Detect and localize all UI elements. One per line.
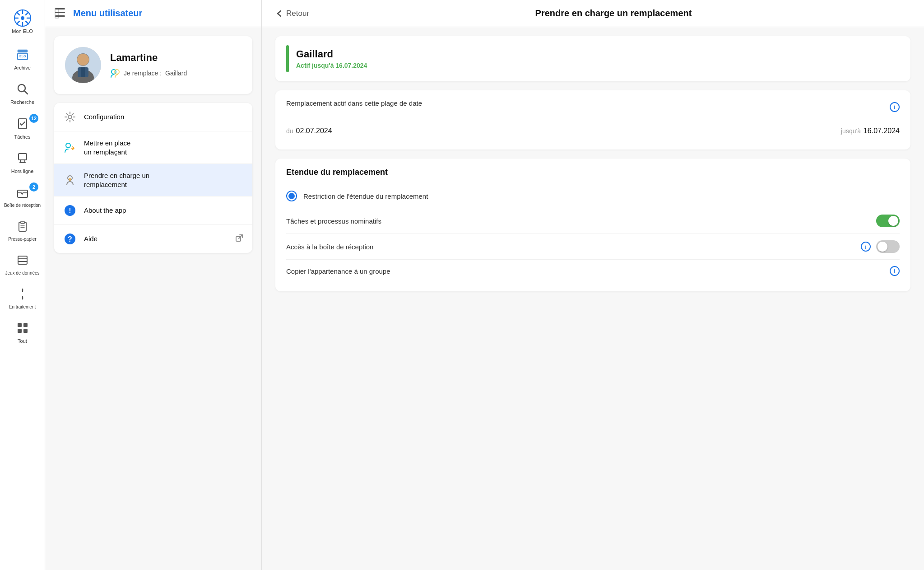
svg-rect-34: [55, 12, 65, 13]
sidebar-logo-label: Mon ELO: [12, 28, 33, 34]
svg-line-6: [17, 12, 19, 15]
person-name: Gaillard: [296, 48, 367, 60]
menu-item-prendre-en-charge[interactable]: Prendre en charge un remplacement: [54, 164, 252, 196]
sidebar-recherche-label: Recherche: [10, 99, 34, 105]
sidebar-jeux-label: Jeux de données: [5, 271, 39, 276]
menu-mettre-label: Mettre en place un remplaçant: [84, 139, 243, 156]
person-card: Gaillard Actif jusqu'à 16.07.2024: [275, 36, 910, 81]
svg-rect-42: [81, 67, 85, 77]
sidebar-item-jeux-donnees[interactable]: Jeux de données: [0, 247, 45, 280]
sidebar-archive-label: Archive: [14, 65, 31, 71]
etendue-section: Etendue du remplacement Restriction de l…: [275, 159, 910, 291]
svg-text:?: ?: [68, 235, 72, 243]
header-right-title: Prendre en charge un remplacement: [316, 8, 910, 19]
sidebar-item-en-traitement[interactable]: En traitement: [0, 280, 45, 314]
toggle-row-acces: Accès à la boîte de réception i: [286, 234, 900, 260]
svg-point-46: [66, 143, 70, 148]
sidebar-item-archive[interactable]: ELO Archive: [0, 41, 45, 75]
taches-badge: 12: [29, 114, 38, 123]
copier-info-icon[interactable]: i: [890, 266, 900, 276]
sidebar-item-taches[interactable]: 12 Tâches: [0, 110, 45, 145]
back-label: Retour: [286, 9, 309, 18]
inbox-badge: 2: [29, 182, 38, 192]
menu-item-about[interactable]: ! About the app: [54, 196, 252, 225]
right-panel: Gaillard Actif jusqu'à 16.07.2024 Rempla…: [262, 27, 924, 570]
info-blue-icon: !: [63, 204, 77, 217]
sidebar-item-presse-papier[interactable]: Presse-papier: [0, 213, 45, 247]
svg-rect-35: [55, 15, 65, 17]
menu-item-aide[interactable]: ? Aide: [54, 225, 252, 253]
svg-point-45: [68, 115, 72, 119]
restriction-radio-option[interactable]: Restriction de l'étendue du remplacement: [286, 184, 900, 208]
sidebar-item-hors-ligne[interactable]: Hors ligne: [0, 145, 45, 179]
menu-item-configuration[interactable]: Configuration: [54, 103, 252, 131]
menu-about-label: About the app: [84, 206, 243, 215]
from-value: 02.07.2024: [296, 127, 332, 135]
menu-configuration-label: Configuration: [84, 112, 243, 121]
content-row: Lamartine Je remplace : Gaillard: [45, 27, 924, 570]
sidebar-item-boite-reception[interactable]: 2 Boîte de réception: [0, 179, 45, 213]
top-header: Menu utilisateur Retour Prendre en charg…: [45, 0, 924, 27]
toggle-thumb-2: [878, 242, 887, 252]
restriction-radio[interactable]: [286, 191, 297, 201]
gear-icon: [63, 110, 77, 124]
from-label: du: [286, 127, 293, 135]
toggle3-label: Copier l'appartenance à un groupe: [286, 267, 890, 275]
toggle-thumb: [888, 216, 898, 226]
processing-icon: [14, 285, 32, 303]
grid-icon: [14, 319, 32, 337]
person-status: Actif jusqu'à 16.07.2024: [296, 62, 367, 69]
header-left: Menu utilisateur: [45, 0, 262, 27]
svg-rect-17: [20, 160, 25, 162]
svg-rect-30: [23, 323, 28, 327]
svg-rect-31: [18, 329, 22, 333]
svg-point-40: [77, 54, 89, 65]
sidebar-traitement-label: En traitement: [9, 304, 36, 310]
date-range-section: Remplacement actif dans cette plage de d…: [275, 90, 910, 150]
toggle-taches[interactable]: [876, 215, 900, 227]
sidebar-tout-label: Tout: [18, 338, 27, 344]
toggle-row-taches: Tâches et processus nominatifs: [286, 208, 900, 234]
help-blue-icon: ?: [63, 232, 77, 246]
user-avatar: [65, 47, 101, 83]
replace-setup-icon: [63, 141, 77, 154]
menu-item-mettre-en-place[interactable]: Mettre en place un remplaçant: [54, 131, 252, 164]
inbox-icon: [14, 183, 32, 201]
sidebar-item-tout[interactable]: Tout: [0, 314, 45, 349]
header-left-title: Menu utilisateur: [73, 8, 142, 19]
back-button[interactable]: Retour: [275, 9, 309, 18]
header-right: Retour Prendre en charge un remplacement: [262, 0, 924, 27]
date-range-info-icon[interactable]: i: [890, 102, 900, 112]
menu-aide-label: Aide: [84, 234, 228, 243]
sidebar-presse-label: Presse-papier: [8, 237, 36, 242]
replace-take-icon: [63, 173, 77, 187]
mon-elo-icon: [14, 9, 32, 27]
green-bar: [286, 45, 289, 72]
svg-point-48: [69, 178, 71, 181]
search-icon: [14, 80, 32, 98]
svg-line-7: [26, 21, 28, 24]
sidebar-item-mon-elo[interactable]: Mon ELO: [0, 5, 45, 39]
date-range-title: Remplacement actif dans cette plage de d…: [286, 99, 422, 107]
menu-toggle-icon[interactable]: [54, 7, 66, 20]
sidebar: Mon ELO ELO Archive Recherche: [0, 0, 45, 570]
svg-line-14: [24, 91, 28, 94]
user-name: Lamartine: [110, 52, 187, 64]
restriction-label: Restriction de l'étendue du remplacement: [303, 192, 428, 200]
archive-icon: ELO: [14, 46, 32, 64]
offline-icon: [14, 149, 32, 167]
toggle-acces[interactable]: [876, 240, 900, 253]
svg-rect-32: [23, 329, 28, 333]
svg-line-9: [17, 21, 19, 24]
database-icon: [14, 251, 32, 269]
menu-prendre-label: Prendre en charge un remplacement: [84, 171, 243, 189]
sidebar-item-recherche[interactable]: Recherche: [0, 75, 45, 110]
svg-point-44: [115, 70, 119, 74]
svg-line-8: [26, 12, 28, 15]
acces-info-icon[interactable]: i: [861, 242, 871, 252]
sidebar-boite-label: Boîte de réception: [4, 203, 41, 208]
user-replaces: Je remplace : Gaillard: [110, 68, 187, 78]
user-info: Lamartine Je remplace : Gaillard: [110, 52, 187, 78]
main-area: Menu utilisateur Retour Prendre en charg…: [45, 0, 924, 570]
until-label: jusqu'à: [841, 127, 861, 135]
